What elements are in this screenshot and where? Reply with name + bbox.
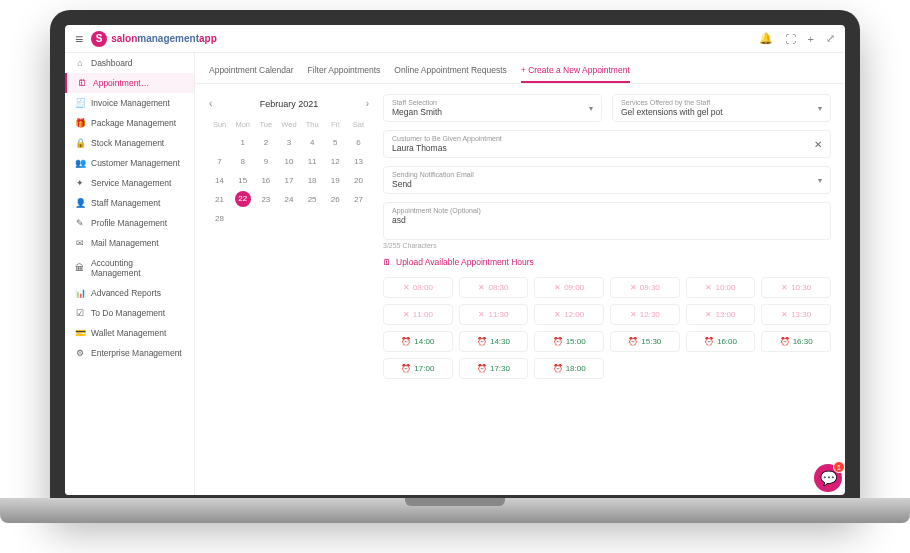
nav-mail-management[interactable]: ✉Mail Management [65,233,194,253]
x-icon: ✕ [403,283,410,292]
appointment-form: Staff Selection Megan Smith Services Off… [383,94,831,485]
cal-day[interactable]: 19 [325,172,346,189]
nav-label: Advanced Reports [91,288,161,298]
cal-day[interactable]: 15 [232,172,253,189]
nav-appointment-[interactable]: 🗓Appointment… [65,73,194,93]
time-slot: ✕13:30 [761,304,831,325]
cal-day[interactable]: 28 [209,210,230,227]
calendar: ‹ February 2021 › SunMonTueWedThuFriSat1… [209,94,369,485]
cal-day[interactable]: 11 [302,153,323,170]
cal-day[interactable]: 7 [209,153,230,170]
cal-day[interactable]: 16 [255,172,276,189]
dow: Thu [302,117,323,132]
time-slot[interactable]: ⏰16:00 [686,331,756,352]
cal-day[interactable]: 17 [278,172,299,189]
cal-day[interactable]: 27 [348,191,369,208]
cal-day[interactable]: 8 [232,153,253,170]
nav-profile-management[interactable]: ✎Profile Management [65,213,194,233]
nav-label: Profile Management [91,218,167,228]
nav-dashboard[interactable]: ⌂Dashboard [65,53,194,73]
cal-day[interactable]: 4 [302,134,323,151]
chat-button[interactable]: 💬1 [814,464,842,492]
time-slot[interactable]: ⏰17:00 [383,358,453,379]
time-slot: ✕09:00 [534,277,604,298]
nav-icon: 🏛 [75,263,85,273]
cal-day[interactable]: 20 [348,172,369,189]
cal-day[interactable]: 9 [255,153,276,170]
cal-day[interactable]: 18 [302,172,323,189]
nav-package-management[interactable]: 🎁Package Management [65,113,194,133]
note-input[interactable]: Appointment Note (Optional) asd [383,202,831,240]
cal-day[interactable]: 13 [348,153,369,170]
nav-icon: ✉ [75,238,85,248]
cal-day[interactable]: 12 [325,153,346,170]
plus-icon[interactable]: + [808,33,814,45]
menu-icon[interactable]: ≡ [75,31,83,47]
cal-day[interactable]: 2 [255,134,276,151]
notify-select[interactable]: Sending Notification Email Send [383,166,831,194]
nav-label: Customer Management [91,158,180,168]
clear-customer-icon[interactable]: ✕ [814,139,822,150]
bell-icon[interactable]: 🔔 [759,32,773,45]
time-slot: ✕11:00 [383,304,453,325]
time-slot[interactable]: ⏰15:30 [610,331,680,352]
nav-advanced-reports[interactable]: 📊Advanced Reports [65,283,194,303]
time-slot: ✕10:30 [761,277,831,298]
nav-wallet-management[interactable]: 💳Wallet Management [65,323,194,343]
x-icon: ✕ [554,310,561,319]
cal-day[interactable]: 22 [235,191,251,207]
dow: Sat [348,117,369,132]
nav-icon: 👤 [75,198,85,208]
nav-label: Staff Management [91,198,160,208]
cal-day[interactable]: 24 [278,191,299,208]
cal-day[interactable]: 14 [209,172,230,189]
nav-staff-management[interactable]: 👤Staff Management [65,193,194,213]
cal-day[interactable]: 3 [278,134,299,151]
time-slot[interactable]: ⏰16:30 [761,331,831,352]
cal-next[interactable]: › [366,98,369,109]
app-logo[interactable]: S salonmanagementapp [91,31,217,47]
nav-invoice-management[interactable]: 🧾Invoice Management [65,93,194,113]
expand-icon[interactable]: ⤢ [826,32,835,45]
time-slot: ✕08:30 [459,277,529,298]
nav-label: Enterprise Management [91,348,182,358]
nav-icon: 🧾 [75,98,85,108]
cal-day[interactable]: 21 [209,191,230,208]
dow: Sun [209,117,230,132]
nav-icon: ⌂ [75,58,85,68]
cal-day[interactable]: 10 [278,153,299,170]
nav-enterprise-management[interactable]: ⚙Enterprise Management [65,343,194,363]
clock-icon: ⏰ [704,337,714,346]
staff-select[interactable]: Staff Selection Megan Smith [383,94,602,122]
nav-stock-management[interactable]: 🔒Stock Management [65,133,194,153]
nav-to-do-management[interactable]: ☑To Do Management [65,303,194,323]
nav-service-management[interactable]: ✦Service Management [65,173,194,193]
tab-2[interactable]: Online Appointment Requests [394,61,506,83]
cal-day[interactable]: 23 [255,191,276,208]
cal-day[interactable]: 1 [232,134,253,151]
cal-day[interactable]: 26 [325,191,346,208]
time-slot[interactable]: ⏰18:00 [534,358,604,379]
time-slot: ✕09:30 [610,277,680,298]
upload-hours-link[interactable]: 🗓 Upload Available Appointment Hours [383,257,831,267]
nav-icon: 📊 [75,288,85,298]
service-select[interactable]: Services Offered by the Staff Gel extens… [612,94,831,122]
nav-customer-management[interactable]: 👥Customer Management [65,153,194,173]
cal-day[interactable]: 5 [325,134,346,151]
cal-day[interactable]: 6 [348,134,369,151]
time-slot[interactable]: ⏰15:00 [534,331,604,352]
nav-accounting-management[interactable]: 🏛Accounting Management [65,253,194,283]
time-slot[interactable]: ⏰14:00 [383,331,453,352]
time-slot: ✕11:30 [459,304,529,325]
cal-prev[interactable]: ‹ [209,98,212,109]
customer-field[interactable]: Customer to Be Given Appointment Laura T… [383,130,831,158]
dow: Tue [255,117,276,132]
fullscreen-icon[interactable]: ⛶ [785,33,796,45]
clock-icon: ⏰ [553,364,563,373]
tab-0[interactable]: Appointment Calendar [209,61,294,83]
cal-day[interactable]: 25 [302,191,323,208]
tab-3[interactable]: + Create a New Appointment [521,61,630,83]
time-slot[interactable]: ⏰17:30 [459,358,529,379]
time-slot[interactable]: ⏰14:30 [459,331,529,352]
tab-1[interactable]: Filter Appointments [308,61,381,83]
